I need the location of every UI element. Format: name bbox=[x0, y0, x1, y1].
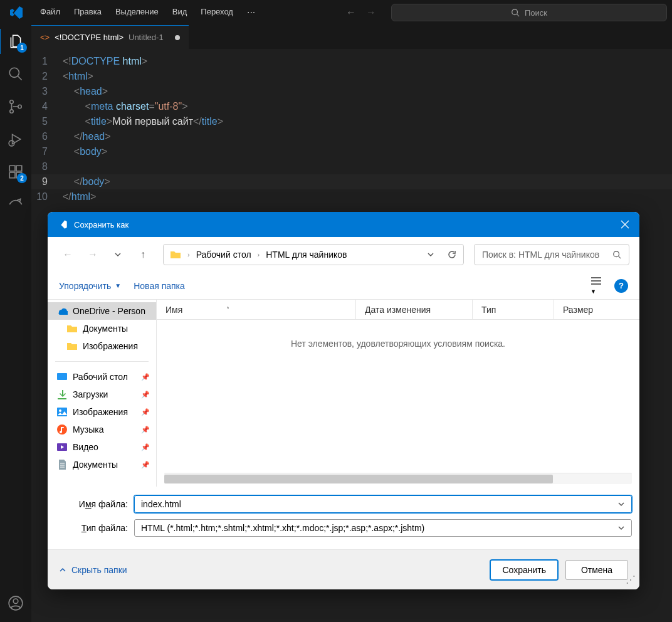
tab-subtitle: Untitled-1 bbox=[129, 33, 164, 42]
column-date[interactable]: Дата изменения bbox=[356, 300, 473, 319]
new-folder-button[interactable]: Новая папка bbox=[134, 281, 185, 291]
activity-debug[interactable] bbox=[7, 130, 24, 148]
svg-line-3 bbox=[18, 76, 22, 80]
line-number: 5 bbox=[31, 114, 63, 129]
tree-item-onedrive-docs[interactable]: Документы bbox=[48, 320, 156, 337]
save-button[interactable]: Сохранить bbox=[490, 560, 558, 580]
line-number: 8 bbox=[31, 159, 63, 174]
menu-selection[interactable]: Выделение bbox=[109, 3, 165, 22]
tree-item-downloads[interactable]: Загрузки📌 bbox=[48, 386, 156, 403]
nav-up-button[interactable]: ↑ bbox=[133, 245, 153, 265]
line-number: 7 bbox=[31, 144, 63, 159]
svg-rect-8 bbox=[9, 166, 15, 171]
tree-item-pictures[interactable]: Изображения📌 bbox=[48, 403, 156, 421]
desktop-icon bbox=[56, 371, 68, 382]
tree-item-onedrive[interactable]: OneDrive - Person bbox=[48, 302, 156, 320]
nav-forward-icon[interactable]: → bbox=[366, 7, 376, 18]
cancel-button[interactable]: Отмена bbox=[565, 560, 628, 580]
scrollbar-thumb[interactable] bbox=[164, 475, 553, 483]
unsaved-indicator-icon bbox=[175, 35, 180, 40]
nav-back-button[interactable]: ← bbox=[58, 245, 78, 265]
chevron-down-icon bbox=[617, 524, 625, 532]
activity-scm[interactable] bbox=[7, 98, 24, 115]
svg-point-5 bbox=[10, 110, 13, 113]
search-icon bbox=[511, 8, 520, 17]
menu-file[interactable]: Файл bbox=[34, 3, 66, 22]
horizontal-scrollbar[interactable] bbox=[164, 473, 632, 484]
resize-grip-icon[interactable]: ⋰ bbox=[626, 574, 636, 586]
explorer-badge: 1 bbox=[17, 43, 27, 53]
folder-icon bbox=[66, 323, 78, 334]
menu-edit[interactable]: Правка bbox=[68, 3, 108, 22]
activity-extensions[interactable]: 2 bbox=[7, 163, 24, 181]
organize-button[interactable]: Упорядочить ▼ bbox=[59, 281, 121, 291]
tree-label: Загрузки bbox=[73, 389, 108, 399]
pictures-icon bbox=[56, 406, 68, 418]
filename-input[interactable] bbox=[134, 495, 632, 513]
tree-label: Рабочий стол bbox=[73, 372, 128, 382]
tree-item-desktop[interactable]: Рабочий стол📌 bbox=[48, 368, 156, 386]
tree-item-music[interactable]: Музыка📌 bbox=[48, 421, 156, 438]
empty-message: Нет элементов, удовлетворяющих условиям … bbox=[157, 320, 639, 473]
activity-search[interactable] bbox=[7, 65, 24, 83]
column-size[interactable]: Размер bbox=[554, 300, 639, 319]
filetype-dropdown-button[interactable] bbox=[617, 524, 625, 532]
svg-point-4 bbox=[10, 100, 13, 103]
activity-bar: 1 2 bbox=[0, 25, 31, 622]
nav-forward-button[interactable]: → bbox=[83, 245, 103, 265]
dialog-titlebar: Сохранить как bbox=[48, 212, 639, 237]
dialog-search-input[interactable]: Поиск в: HTML для чайников bbox=[474, 244, 629, 265]
view-mode-button[interactable]: ▼ bbox=[591, 277, 602, 295]
chevron-down-icon bbox=[427, 251, 434, 258]
nav-arrows: ← → bbox=[346, 7, 376, 18]
command-center[interactable]: Поиск bbox=[391, 4, 667, 21]
documents-icon bbox=[56, 459, 68, 470]
line-number: 3 bbox=[31, 84, 63, 99]
svg-rect-11 bbox=[16, 166, 22, 171]
chevron-down-icon bbox=[114, 251, 122, 258]
svg-rect-16 bbox=[57, 373, 67, 380]
nav-recent-button[interactable] bbox=[108, 245, 128, 265]
breadcrumb-part[interactable]: Рабочий стол bbox=[196, 250, 251, 260]
dialog-nav: ← → ↑ › Рабочий стол › HTML для чайников… bbox=[48, 237, 639, 272]
dialog-close-button[interactable] bbox=[621, 220, 629, 229]
tree-item-onedrive-imgs[interactable]: Изображения bbox=[48, 337, 156, 355]
tree-label: OneDrive - Person bbox=[73, 306, 145, 316]
folder-tree: OneDrive - Person Документы Изображения … bbox=[48, 300, 157, 487]
save-as-dialog: Сохранить как ← → ↑ › Рабочий стол › HTM… bbox=[48, 212, 639, 589]
search-icon bbox=[612, 250, 621, 259]
editor-tabs: <> <!DOCTYPE html> Untitled-1 bbox=[31, 25, 672, 49]
tab-untitled[interactable]: <> <!DOCTYPE html> Untitled-1 bbox=[31, 25, 189, 49]
nav-back-icon[interactable]: ← bbox=[346, 7, 356, 18]
line-number: 9 bbox=[31, 174, 63, 189]
activity-explorer[interactable]: 1 bbox=[7, 33, 24, 50]
activity-account[interactable] bbox=[7, 594, 24, 612]
search-placeholder: Поиск в: HTML для чайников bbox=[482, 250, 599, 260]
menu-more[interactable]: ··· bbox=[241, 3, 261, 22]
tree-item-video[interactable]: Видео📌 bbox=[48, 438, 156, 456]
source-control-icon bbox=[8, 98, 24, 115]
menu-go[interactable]: Переход bbox=[194, 3, 239, 22]
column-name[interactable]: Имя˄ bbox=[157, 300, 356, 319]
column-type[interactable]: Тип bbox=[473, 300, 554, 319]
tree-label: Изображения bbox=[73, 407, 128, 417]
breadcrumb-dropdown[interactable] bbox=[427, 251, 434, 258]
breadcrumb[interactable]: › Рабочий стол › HTML для чайников bbox=[163, 244, 464, 265]
help-button[interactable]: ? bbox=[614, 279, 628, 293]
vscode-logo-icon bbox=[58, 219, 68, 229]
filename-history-button[interactable] bbox=[617, 500, 625, 508]
filename-text[interactable] bbox=[141, 499, 617, 509]
breadcrumb-part[interactable]: HTML для чайников bbox=[266, 250, 347, 260]
svg-line-1 bbox=[517, 14, 520, 17]
tree-label: Изображения bbox=[83, 341, 138, 351]
title-text: Мой первый сайт bbox=[112, 116, 193, 127]
filetype-select[interactable]: HTML (*.html;*.htm;*.shtml;*.xhtml;*.xht… bbox=[134, 519, 632, 537]
menu-view[interactable]: Вид bbox=[166, 3, 194, 22]
tree-item-documents[interactable]: Документы📌 bbox=[48, 456, 156, 473]
hide-folders-button[interactable]: Скрыть папки bbox=[59, 565, 127, 575]
menu-bar: Файл Правка Выделение Вид Переход ··· bbox=[34, 3, 261, 22]
refresh-button[interactable] bbox=[447, 250, 457, 260]
titlebar: Файл Правка Выделение Вид Переход ··· ← … bbox=[0, 0, 672, 25]
tab-title: <!DOCTYPE html> bbox=[55, 33, 123, 42]
activity-share[interactable] bbox=[7, 196, 24, 213]
